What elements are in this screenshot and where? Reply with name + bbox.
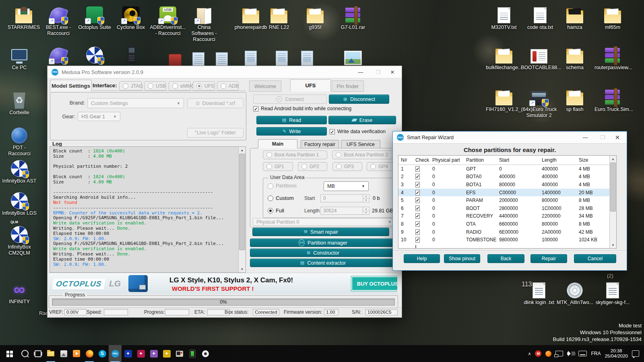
- desktop-icon-bootcable88[interactable]: BOOTCABLE88...: [521, 43, 557, 71]
- interface-radio-jtag[interactable]: JTAG: [119, 81, 142, 90]
- file-explorer-taskbar-button[interactable]: [44, 345, 57, 362]
- table-scrollbar[interactable]: ▲ ▼: [609, 156, 616, 248]
- scroll-down-icon[interactable]: ▼: [610, 242, 616, 248]
- tab-pin-finder[interactable]: Pin finder: [332, 80, 364, 92]
- gear-select[interactable]: HS Gear 1▼: [78, 112, 120, 121]
- infinity-yellow-taskbar-button[interactable]: ✦: [160, 345, 173, 362]
- table-row[interactable]: 7✓0RECOVERY4400000220000034 MB: [398, 212, 610, 220]
- full-radio[interactable]: [268, 208, 273, 214]
- desktop-icon-pinwheel[interactable]: [76, 43, 113, 65]
- table-row[interactable]: 9✓0RADIO6E000002A0000042 MB: [398, 228, 610, 236]
- physical-partition-select[interactable]: Physical Partition 0▼: [253, 218, 395, 226]
- checkbox-checked-icon[interactable]: ✓: [415, 213, 420, 219]
- disconnect-button[interactable]: ⊗ Disconnect: [329, 95, 389, 104]
- table-row[interactable]: 5✓0PARAM20000008000008 MB: [398, 196, 610, 204]
- desktop-icon-g935f[interactable]: g935f: [297, 2, 333, 31]
- table-row[interactable]: 3✓0BOTA18000004000004 MB: [398, 181, 610, 189]
- checkbox-icon[interactable]: [415, 245, 416, 249]
- start-taskbar-button[interactable]: [0, 345, 19, 362]
- table-row[interactable]: 4✓0EFSC00000140000020 MB: [398, 189, 610, 197]
- wizard-minimize-button[interactable]: —: [579, 132, 591, 143]
- desktop-icon-g7-l01-rar[interactable]: G7-L01.rar: [335, 2, 371, 31]
- tab-welcome[interactable]: Welcome: [249, 80, 281, 92]
- desktop-icon-bulkfilechange[interactable]: bulkfilechange...: [486, 43, 522, 71]
- help-button[interactable]: Help: [404, 254, 440, 263]
- spinner-arrows[interactable]: ▲▼: [363, 195, 369, 202]
- table-row-partial[interactable]: [398, 244, 610, 249]
- snipping-tool-taskbar-button[interactable]: [199, 345, 212, 362]
- infinity-blue-taskbar-button[interactable]: ✦: [122, 345, 134, 362]
- search-taskbar-button[interactable]: [19, 345, 31, 362]
- network-icon[interactable]: [555, 351, 563, 356]
- boot-area-partition-1-radio[interactable]: Boot Area Partition 1: [263, 150, 327, 159]
- desktop-icon-cyclone-box[interactable]: ↗Cyclone Box: [113, 2, 149, 31]
- desktop-icon-starkrimes[interactable]: STARKRIMES: [6, 2, 42, 31]
- tab-ufs[interactable]: UFS: [290, 79, 331, 92]
- partition-table[interactable]: N#CheckPhysical partPartitionStartLength…: [398, 155, 617, 249]
- tray-expand-icon[interactable]: ∧: [528, 351, 531, 356]
- interface-radio-ufs[interactable]: UFS: [193, 81, 215, 90]
- table-row[interactable]: 1✓0GPT04000004 MB: [398, 165, 610, 173]
- desktop-icon-64x-euro-truck-simulator-2[interactable]: ↗(64x)Euro Truck Simulator 2: [521, 84, 557, 119]
- scroll-down-icon[interactable]: ▼: [239, 266, 246, 272]
- subtab-main[interactable]: Main: [258, 139, 297, 148]
- infinity-crimson-taskbar-button[interactable]: ✦: [134, 345, 147, 362]
- scroll-up-icon[interactable]: ▲: [610, 156, 616, 162]
- interface-radio-usb[interactable]: USB: [144, 81, 166, 90]
- desktop-icon-image[interactable]: [335, 44, 371, 66]
- read-android-info-checkbox[interactable]: ✓ Read Android build info while connecti…: [253, 106, 351, 111]
- skype-taskbar-button[interactable]: S: [96, 345, 109, 362]
- desktop-icon-pdt-raccourci[interactable]: PDT - Raccourci: [1, 123, 37, 157]
- media-player-taskbar-button[interactable]: [70, 345, 83, 362]
- table-row[interactable]: 8✓0OTA66000008000008 MB: [398, 220, 610, 228]
- length-input[interactable]: 30524 ▲▼: [320, 207, 369, 215]
- desktop-icon-hamza[interactable]: hamza: [557, 2, 593, 31]
- desktop-icon-skytiger-skg-f[interactable]: skytiger-skg-f...: [594, 278, 631, 306]
- gp1-radio[interactable]: GP1: [263, 162, 293, 171]
- desktop-icon-sp-flash[interactable]: sp flash: [557, 84, 593, 113]
- table-row[interactable]: 10✓0TOMBSTONES98000001000001024 KB: [398, 236, 610, 244]
- checkbox-checked-icon[interactable]: ✓: [415, 237, 420, 243]
- write-button[interactable]: ✎ Write: [256, 127, 327, 136]
- desktop-icon-m320tv-txt[interactable]: M320TV.txt: [486, 2, 522, 31]
- wizard-close-button[interactable]: ✕: [611, 132, 623, 143]
- close-button[interactable]: ✕: [386, 66, 398, 78]
- checkbox-checked-icon[interactable]: ✓: [415, 174, 420, 179]
- tab-model-settings[interactable]: Model Settings: [50, 80, 92, 91]
- spinner-arrows[interactable]: ▲▼: [363, 207, 369, 214]
- checkbox-checked-icon[interactable]: ✓: [415, 166, 420, 172]
- minimize-button[interactable]: —: [355, 66, 367, 78]
- task-view-taskbar-button[interactable]: [31, 345, 44, 362]
- gp4-radio[interactable]: GP4: [367, 162, 396, 171]
- desktop-icon-infinity[interactable]: ∞INFINITY: [1, 277, 37, 305]
- maximize-button[interactable]: ❒: [372, 66, 384, 78]
- scroll-up-icon[interactable]: ▲: [239, 147, 246, 153]
- subtab-factory-repair[interactable]: Factory repair: [301, 140, 339, 148]
- photos-taskbar-button[interactable]: [57, 345, 70, 362]
- firefox-taskbar-button[interactable]: [83, 345, 96, 362]
- volume-icon[interactable]: ))): [567, 351, 574, 356]
- boot-area-partition-2-radio[interactable]: Boot Area Partition 2: [332, 150, 396, 159]
- smart-repair-button[interactable]: ⚒ Smart repair: [252, 228, 389, 236]
- interface-radio-emmc[interactable]: eMMC: [169, 81, 191, 90]
- table-row[interactable]: 6✓0BOOT28000001C0000028 MB: [398, 204, 610, 212]
- desktop-icon-adbdriverinst-raccourci[interactable]: ↗ADBDriverInst... - Raccourci: [150, 2, 186, 37]
- desktop-icon-mf65m[interactable]: mf65m: [594, 2, 631, 31]
- checkbox-checked-icon[interactable]: ✓: [415, 190, 420, 195]
- brand-select[interactable]: Custom Settings▼: [87, 98, 184, 108]
- buy-octoplus-button[interactable]: BUY OCTOPLUS LG: [351, 276, 397, 291]
- desktop-icon-swirl[interactable]: ↗: [40, 43, 76, 65]
- checkbox-checked-icon[interactable]: ✓: [415, 206, 420, 211]
- desktop-icon-infinitybox-cm2qlm[interactable]: QLMInfinityBox CM2QLM: [1, 222, 37, 256]
- desktop-icon-schema[interactable]: schema: [557, 43, 593, 71]
- desktop-icon-rne-l22[interactable]: RNE L22: [261, 2, 297, 31]
- log-scrollbar[interactable]: ▲ ▼: [238, 147, 246, 272]
- desktop-icon-code-ota-txt[interactable]: code ota.txt: [522, 2, 558, 31]
- checkbox-checked-icon[interactable]: ✓: [415, 229, 420, 235]
- checkbox-checked-icon[interactable]: ✓: [415, 197, 420, 203]
- desktop-icon-fih7160-v1-2[interactable]: FIH7160_V1.2_...: [486, 84, 522, 113]
- action-center-icon[interactable]: [632, 350, 639, 357]
- checkbox-checked-icon[interactable]: ✓: [415, 221, 420, 227]
- desktop-icon-china-softwares-raccourci[interactable]: ↗China Softwares - Raccourci: [186, 2, 222, 43]
- desktop-icon-mtk-allintwo[interactable]: MTK_AllInTwo...: [557, 278, 593, 306]
